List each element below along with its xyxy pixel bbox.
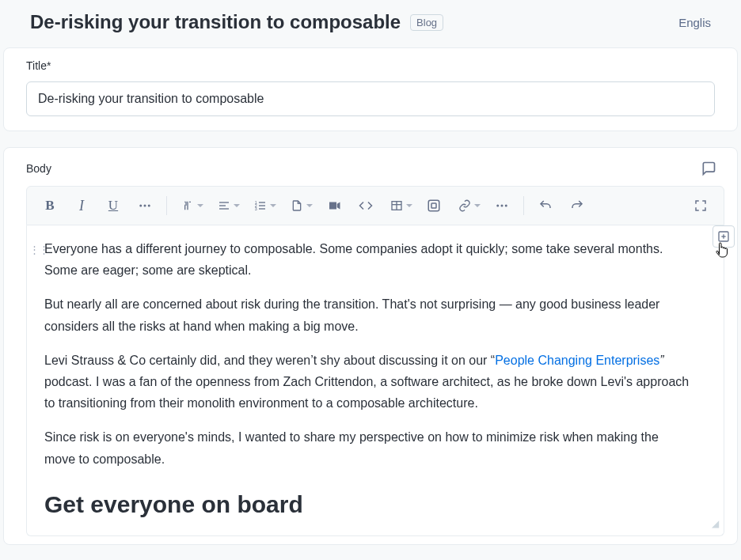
title-input[interactable] [26,81,715,116]
page-header: De-risking your transition to composable… [0,0,741,47]
editor-toolbar: B I U 123 [26,186,724,225]
insert-block-button[interactable] [283,191,317,220]
heading-2: Get everyone on board [44,484,692,524]
drag-handle-icon[interactable]: ⋮⋮ [29,241,48,259]
embed-button[interactable] [419,191,449,220]
category-badge: Blog [410,14,443,31]
video-button[interactable] [319,191,349,220]
svg-rect-16 [431,203,436,208]
redo-button[interactable] [562,191,592,220]
align-button[interactable] [210,191,245,220]
fullscreen-button[interactable] [686,191,716,220]
more-formatting-button[interactable] [130,191,160,220]
resize-handle-icon[interactable]: ◢ [712,516,719,532]
svg-point-17 [496,205,499,207]
title-field-label: Title* [26,59,715,72]
svg-point-18 [501,205,504,207]
svg-rect-15 [428,200,439,211]
italic-button[interactable]: I [66,191,97,220]
paragraph: But nearly all are concerned about risk … [44,293,692,336]
svg-point-2 [148,205,150,207]
body-panel: Body B I U 123 [3,147,738,545]
inline-link[interactable]: People Changing Enterprises [495,354,659,367]
paragraph: Since risk is on everyone's minds, I wan… [44,426,692,469]
undo-button[interactable] [530,191,560,220]
svg-text:3: 3 [255,206,257,211]
page-title: De-risking your transition to composable [30,11,401,33]
list-button[interactable]: 123 [246,191,281,220]
paragraph: Levi Strauss & Co certainly did, and the… [44,350,692,414]
add-comment-button[interactable] [712,225,735,248]
rich-text-editor[interactable]: ⋮⋮ Everyone has a different journey to c… [26,225,724,536]
comment-icon[interactable] [701,161,716,176]
svg-point-1 [144,205,146,207]
paragraph-style-button[interactable] [173,191,208,220]
code-button[interactable] [351,191,381,220]
paragraph: Everyone has a different journey to comp… [44,238,692,281]
bold-button[interactable]: B [35,191,65,220]
svg-point-0 [139,205,142,207]
svg-point-19 [505,205,507,207]
language-selector[interactable]: Englis [678,16,711,29]
more-insert-button[interactable] [487,191,517,220]
table-button[interactable] [382,191,417,220]
link-button[interactable] [450,191,485,220]
body-field-label: Body [26,162,51,175]
underline-button[interactable]: U [98,191,128,220]
title-panel: Title* [3,47,738,131]
